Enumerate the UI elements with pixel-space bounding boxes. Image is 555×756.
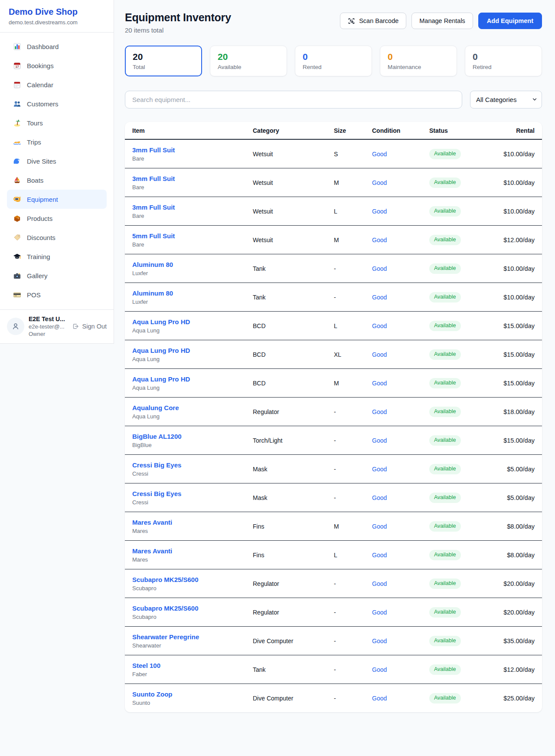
stat-card-retired[interactable]: 0Retired bbox=[465, 46, 542, 76]
sidebar-item-discounts[interactable]: Discounts bbox=[7, 228, 107, 247]
condition-link[interactable]: Good bbox=[372, 151, 387, 158]
condition-link[interactable]: Good bbox=[372, 466, 387, 473]
table-row: 3mm Full SuitBareWetsuitSGoodAvailable$1… bbox=[125, 139, 542, 168]
item-link[interactable]: Mares Avanti bbox=[132, 547, 172, 555]
status-badge: Available bbox=[429, 235, 461, 245]
speedboat-icon bbox=[13, 138, 22, 146]
sidebar-item-pos[interactable]: POS bbox=[7, 285, 107, 304]
condition-link[interactable]: Good bbox=[372, 695, 387, 702]
sidebar-item-calendar[interactable]: Calendar bbox=[7, 75, 107, 94]
table-row: Cressi Big EyesCressiMask-GoodAvailable$… bbox=[125, 483, 542, 512]
item-link[interactable]: Steel 100 bbox=[132, 662, 160, 669]
category-filter-select[interactable]: All Categories bbox=[470, 91, 542, 108]
table-row: Aqua Lung Pro HDAqua LungBCDMGoodAvailab… bbox=[125, 369, 542, 398]
item-link[interactable]: 3mm Full Suit bbox=[132, 204, 175, 211]
stat-label: Retired bbox=[473, 64, 534, 70]
item-size: - bbox=[334, 684, 372, 713]
search-input[interactable] bbox=[125, 91, 462, 108]
condition-link[interactable]: Good bbox=[372, 437, 387, 444]
status-badge: Available bbox=[429, 464, 461, 474]
item-link[interactable]: 5mm Full Suit bbox=[132, 232, 175, 240]
condition-link[interactable]: Good bbox=[372, 408, 387, 415]
condition-link[interactable]: Good bbox=[372, 494, 387, 501]
package-icon bbox=[13, 214, 22, 223]
item-link[interactable]: 3mm Full Suit bbox=[132, 146, 175, 154]
brand-name[interactable]: Demo Dive Shop bbox=[9, 7, 105, 17]
sidebar-item-dashboard[interactable]: Dashboard bbox=[7, 37, 107, 56]
item-link[interactable]: Aqualung Core bbox=[132, 404, 179, 411]
condition-link[interactable]: Good bbox=[372, 552, 387, 559]
column-header-category: Category bbox=[253, 122, 334, 139]
sidebar-item-customers[interactable]: Customers bbox=[7, 94, 107, 113]
item-link[interactable]: Suunto Zoop bbox=[132, 690, 172, 698]
item-rental: $8.00/day bbox=[491, 541, 542, 569]
condition-link[interactable]: Good bbox=[372, 265, 387, 272]
item-link[interactable]: Shearwater Peregrine bbox=[132, 633, 199, 641]
wave-icon bbox=[13, 157, 22, 165]
sign-out-label: Sign Out bbox=[82, 323, 107, 330]
stat-card-available[interactable]: 20Available bbox=[210, 46, 287, 76]
sidebar-item-label: Calendar bbox=[27, 81, 53, 89]
item-link[interactable]: Mares Avanti bbox=[132, 519, 172, 526]
status-badge: Available bbox=[429, 407, 461, 417]
item-rental: $15.00/day bbox=[491, 369, 542, 398]
item-link[interactable]: Cressi Big Eyes bbox=[132, 461, 181, 469]
condition-link[interactable]: Good bbox=[372, 638, 387, 644]
item-link[interactable]: 3mm Full Suit bbox=[132, 175, 175, 182]
sidebar-item-gallery[interactable]: Gallery bbox=[7, 266, 107, 285]
item-category: Regulator bbox=[253, 598, 334, 627]
brand: Demo Dive Shop demo.test.divestreams.com bbox=[0, 0, 114, 32]
item-link[interactable]: Aqua Lung Pro HD bbox=[132, 375, 190, 383]
condition-link[interactable]: Good bbox=[372, 523, 387, 530]
scan-barcode-button[interactable]: Scan Barcode bbox=[340, 13, 406, 29]
sidebar-item-bookings[interactable]: 17Bookings bbox=[7, 56, 107, 75]
item-category: Tank bbox=[253, 655, 334, 684]
sidebar-nav: Dashboard17BookingsCalendarCustomersTour… bbox=[0, 33, 114, 309]
sidebar-item-products[interactable]: Products bbox=[7, 209, 107, 228]
condition-link[interactable]: Good bbox=[372, 580, 387, 587]
condition-link[interactable]: Good bbox=[372, 666, 387, 673]
condition-link[interactable]: Good bbox=[372, 294, 387, 301]
sidebar-item-trips[interactable]: Trips bbox=[7, 132, 107, 151]
sidebar-item-boats[interactable]: Boats bbox=[7, 171, 107, 190]
calendar-icon: 17 bbox=[13, 61, 22, 70]
table-row: Aluminum 80LuxferTank-GoodAvailable$10.0… bbox=[125, 254, 542, 283]
item-link[interactable]: Aqua Lung Pro HD bbox=[132, 318, 190, 325]
sidebar-item-dive-sites[interactable]: Dive Sites bbox=[7, 151, 107, 171]
stat-card-maintenance[interactable]: 0Maintenance bbox=[380, 46, 457, 76]
condition-link[interactable]: Good bbox=[372, 609, 387, 616]
condition-link[interactable]: Good bbox=[372, 380, 387, 387]
sidebar: Demo Dive Shop demo.test.divestreams.com… bbox=[0, 0, 114, 344]
stat-label: Total bbox=[133, 64, 194, 70]
sidebar-item-label: Discounts bbox=[27, 234, 56, 241]
stat-card-total[interactable]: 20Total bbox=[125, 46, 202, 76]
item-link[interactable]: Aqua Lung Pro HD bbox=[132, 347, 190, 354]
manage-rentals-button[interactable]: Manage Rentals bbox=[411, 13, 473, 29]
sidebar-item-label: Trips bbox=[27, 138, 41, 146]
item-link[interactable]: BigBlue AL1200 bbox=[132, 433, 182, 440]
sign-out-button[interactable]: Sign Out bbox=[72, 322, 107, 330]
item-link[interactable]: Aluminum 80 bbox=[132, 289, 173, 297]
add-equipment-button[interactable]: Add Equipment bbox=[478, 13, 542, 29]
stat-card-rented[interactable]: 0Rented bbox=[295, 46, 372, 76]
item-category: Tank bbox=[253, 254, 334, 283]
sidebar-item-equipment[interactable]: Equipment bbox=[7, 190, 107, 209]
item-link[interactable]: Scubapro MK25/S600 bbox=[132, 605, 199, 612]
item-link[interactable]: Cressi Big Eyes bbox=[132, 490, 181, 497]
condition-link[interactable]: Good bbox=[372, 351, 387, 358]
user-info: E2E Test U... e2e-tester@... Owner bbox=[29, 316, 65, 337]
status-badge: Available bbox=[429, 664, 461, 675]
condition-link[interactable]: Good bbox=[372, 322, 387, 329]
item-category: Dive Computer bbox=[253, 627, 334, 655]
condition-link[interactable]: Good bbox=[372, 179, 387, 186]
item-link[interactable]: Scubapro MK25/S600 bbox=[132, 576, 199, 583]
dive-mask-icon bbox=[13, 195, 22, 204]
sidebar-item-training[interactable]: Training bbox=[7, 247, 107, 266]
sidebar-item-label: Customers bbox=[27, 100, 59, 108]
avatar bbox=[7, 318, 24, 335]
item-link[interactable]: Aluminum 80 bbox=[132, 261, 173, 268]
sidebar-item-tours[interactable]: Tours bbox=[7, 113, 107, 132]
condition-link[interactable]: Good bbox=[372, 237, 387, 243]
status-badge: Available bbox=[429, 349, 461, 360]
condition-link[interactable]: Good bbox=[372, 208, 387, 215]
